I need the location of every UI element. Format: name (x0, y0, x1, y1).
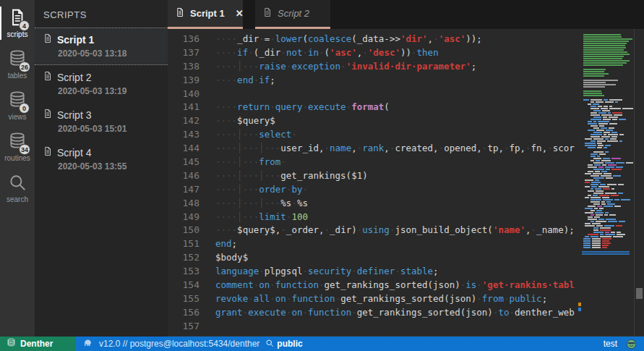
line-number: 136 (168, 33, 199, 46)
list-item[interactable]: Script 32020-05-03 15:01 (35, 103, 168, 140)
line-number: 149 (168, 211, 199, 224)
line-number: 143 (168, 128, 199, 142)
vertical-scrollbar[interactable] (634, 29, 644, 336)
line-number: 142 (168, 114, 199, 128)
code-line[interactable]: 156grant·execute·on·function·get_ranking… (168, 306, 582, 320)
script-name: Script 3 (57, 109, 91, 121)
document-icon (43, 146, 53, 159)
script-timestamp: 2020-05-03 13:18 (58, 48, 162, 59)
sidebar-item-views[interactable]: 0views (0, 87, 35, 128)
script-timestamp: 2020-05-03 15:01 (58, 124, 162, 134)
code-line[interactable]: 146····│···│···get_rankings($1) (168, 169, 582, 183)
line-number: 139 (168, 74, 199, 88)
sidebar-item-label: views (8, 113, 26, 121)
count-badge: 4 (19, 20, 30, 31)
smiley-feedback-icon[interactable] (626, 339, 637, 350)
line-number: 147 (168, 183, 199, 197)
sidebar-item-scripts[interactable]: 4scripts (0, 4, 35, 46)
line-number: 140 (168, 88, 199, 101)
script-name: Script 2 (57, 72, 91, 83)
sidebar-item-label: scripts (7, 30, 28, 38)
status-bar: Denther v12.0 // postgres@localhost:5434… (0, 337, 644, 351)
count-badge: 26 (19, 62, 30, 72)
sidebar-item-search[interactable]: search (0, 169, 35, 211)
schema-label: public (277, 339, 302, 349)
code-line[interactable]: 148····│···│···%s·%s (168, 197, 582, 211)
code-content[interactable]: 136····_dir·=·lower(coalesce(_data->>'di… (168, 29, 582, 336)
document-icon (43, 109, 53, 122)
sidebar-item-routines[interactable]: 34routines (0, 128, 35, 169)
line-number: 144 (168, 142, 199, 156)
code-line[interactable]: 153language·plpgsql·security·definer·sta… (168, 265, 582, 279)
code-line[interactable]: 155revoke·all·on·function·get_rankings_s… (168, 292, 582, 306)
sidebar-item-label: tables (8, 72, 27, 80)
code-line[interactable]: 143····│···select· (168, 128, 582, 142)
line-number: 146 (168, 169, 199, 183)
code-line[interactable]: 151end; (168, 237, 582, 251)
activity-bar: 4scripts26tables0views34routinessearch (0, 0, 35, 337)
document-icon (262, 7, 272, 20)
script-name: Script 4 (57, 147, 91, 158)
code-line[interactable]: 142····$query$ (168, 114, 582, 128)
list-item[interactable]: Script 12020-05-03 13:18 (35, 28, 168, 65)
code-line[interactable]: 150····$query$,·_order,·_dir)·using·json… (168, 224, 582, 237)
user-label: test (604, 339, 617, 349)
minimap[interactable] (582, 29, 634, 336)
count-badge: 0 (19, 103, 30, 114)
line-number: 152 (168, 251, 199, 265)
scripts-list: Script 12020-05-03 13:18Script 22020-05-… (35, 28, 168, 178)
scrollbar-handle[interactable] (636, 288, 643, 299)
line-number: 138 (168, 60, 199, 74)
line-number: 150 (168, 224, 199, 237)
code-line[interactable]: 141····return·query·execute·format( (168, 101, 582, 114)
tab-label: Script 1 (190, 8, 225, 19)
search-icon (265, 339, 274, 350)
code-line[interactable]: 154comment·on·function·get_rankings_sort… (168, 279, 582, 292)
postgres-elephant-icon (82, 337, 93, 350)
sidebar-item-tables[interactable]: 26tables (0, 46, 35, 87)
code-line[interactable]: 144····│···│···user_id,·name,·rank,·crea… (168, 142, 582, 156)
code-line[interactable]: 138····│···raise·exception·'invalid·dir·… (168, 60, 582, 74)
code-line[interactable]: 152$body$ (168, 251, 582, 265)
script-name: Script 1 (57, 34, 94, 46)
document-icon (43, 71, 53, 84)
minimap-mark-orange (578, 303, 581, 306)
app-badge[interactable]: Denther (0, 337, 75, 351)
script-timestamp: 2020-05-03 13:55 (58, 161, 162, 172)
scripts-panel: SCRIPTS Script 12020-05-03 13:18Script 2… (35, 0, 168, 337)
list-item[interactable]: Script 42020-05-03 13:55 (35, 140, 168, 178)
scripts-panel-title: SCRIPTS (35, 0, 168, 28)
line-number: 156 (168, 306, 199, 320)
tab-gap (243, 0, 255, 29)
line-number: 151 (168, 237, 199, 251)
line-number: 137 (168, 46, 199, 60)
code-line[interactable]: 139····end·if; (168, 74, 582, 88)
schema-selector[interactable]: public (265, 339, 302, 350)
connection-info[interactable]: v12.0 // postgres@localhost:5434/denther (82, 337, 259, 350)
code-editor[interactable]: 136····_dir·=·lower(coalesce(_data->>'di… (168, 29, 644, 337)
line-number: 154 (168, 279, 199, 292)
code-line[interactable]: 147····│···order·by· (168, 183, 582, 197)
document-icon (43, 33, 53, 46)
code-line[interactable]: 136····_dir·=·lower(coalesce(_data->>'di… (168, 33, 582, 46)
count-badge: 34 (19, 144, 30, 155)
tab-script-1[interactable]: Script 1✕ (168, 0, 243, 29)
list-item[interactable]: Script 22020-05-03 13:19 (35, 65, 168, 103)
tab-script-2[interactable]: Script 2 (255, 0, 330, 29)
line-number: 157 (168, 320, 199, 334)
code-line[interactable]: 140 (168, 88, 582, 101)
app-window: 4scripts26tables0views34routinessearch S… (0, 0, 644, 351)
app-name: Denther (20, 339, 53, 349)
database-icon (7, 338, 16, 350)
close-icon[interactable]: ✕ (236, 8, 244, 19)
editor-area: Script 1✕Script 2 136····_dir·=·lower(co… (168, 0, 644, 337)
connection-label: v12.0 // postgres@localhost:5434/denther (99, 339, 259, 349)
status-bar-connection-area: v12.0 // postgres@localhost:5434/denther… (75, 337, 644, 351)
line-number: 145 (168, 156, 199, 169)
code-line[interactable]: 149····│···limit·100 (168, 211, 582, 224)
code-line[interactable]: 137····if·(_dir·not·in·('asc',·'desc'))·… (168, 46, 582, 60)
tab-bar: Script 1✕Script 2 (168, 0, 644, 29)
code-line[interactable]: 145····│···from· (168, 156, 582, 169)
minimap-mark-blue (578, 308, 581, 311)
code-line[interactable]: 157 (168, 320, 582, 334)
